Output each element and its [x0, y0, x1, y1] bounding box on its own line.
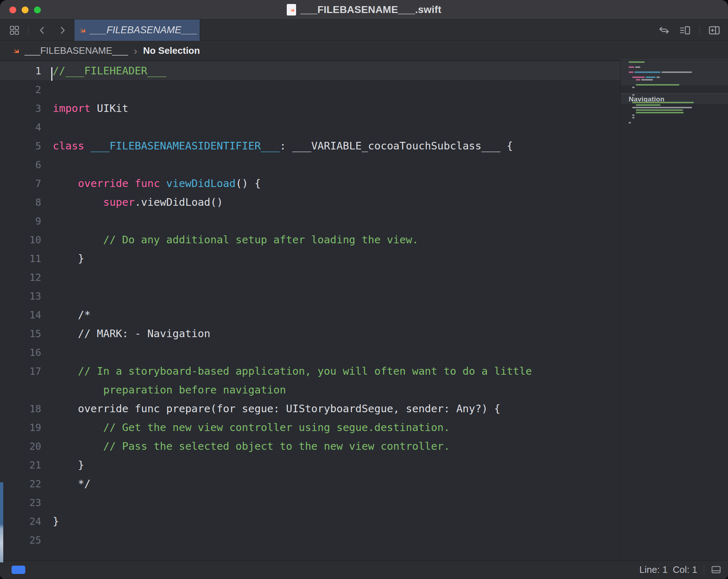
code-line[interactable]: 11 }	[0, 249, 620, 268]
minimap-line	[632, 87, 634, 88]
swift-icon	[10, 46, 20, 56]
breadcrumb-file[interactable]: ___FILEBASENAME___	[25, 45, 128, 56]
code-line[interactable]: 20 // Pass the selected object to the ne…	[0, 437, 620, 456]
editor-options-button[interactable]	[679, 23, 692, 38]
line-number[interactable]: 20	[0, 441, 41, 452]
code-line-text: // Pass the selected object to the new v…	[53, 440, 450, 452]
close-button[interactable]	[9, 6, 16, 13]
code-area[interactable]: 1//___FILEHEADER___23import UIKit45class…	[0, 61, 620, 560]
line-number[interactable]: 7	[0, 178, 41, 189]
code-line[interactable]: 4	[0, 118, 620, 136]
compare-arrows-icon	[658, 25, 670, 36]
line-number[interactable]: 8	[0, 197, 41, 208]
code-line[interactable]: 5class ___FILEBASENAMEASIDENTIFIER___: _…	[0, 136, 620, 155]
code-line[interactable]: 25	[0, 531, 620, 549]
code-line[interactable]: 2	[0, 80, 620, 99]
code-line-text: override func viewDidLoad() {	[53, 177, 261, 190]
code-line[interactable]: 10 // Do any additional setup after load…	[0, 230, 620, 249]
code-line[interactable]: 18 override func prepare(for segue: UISt…	[0, 399, 620, 418]
breadcrumb-selection[interactable]: No Selection	[143, 45, 200, 56]
code-line-text: override func prepare(for segue: UIStory…	[53, 402, 500, 415]
swift-file-icon	[287, 4, 296, 16]
code-line[interactable]: 23	[0, 493, 620, 512]
line-number[interactable]: 16	[0, 347, 41, 358]
editor-layout-button[interactable]	[711, 564, 722, 575]
minimap-content: Navigation	[629, 61, 724, 560]
breadcrumb-chevron: ›	[134, 45, 137, 56]
title-bar[interactable]: ___FILEBASENAME___.swift	[0, 0, 728, 19]
line-number[interactable]: 9	[0, 216, 41, 227]
minimap-line	[636, 112, 684, 113]
add-editor-button[interactable]	[708, 23, 721, 38]
back-button[interactable]	[36, 23, 49, 38]
line-number[interactable]: 2	[0, 84, 41, 95]
zoom-button[interactable]	[34, 6, 41, 13]
line-number[interactable]: 21	[0, 460, 41, 471]
line-number[interactable]: 15	[0, 328, 41, 339]
line-number[interactable]: 12	[0, 272, 41, 283]
code-line[interactable]: 22 */	[0, 474, 620, 493]
line-number[interactable]: 17	[0, 366, 41, 377]
line-number[interactable]: 18	[0, 403, 41, 414]
code-line[interactable]: 24}	[0, 512, 620, 531]
code-line[interactable]: 13	[0, 287, 620, 305]
code-line-text: // MARK: - Navigation	[53, 327, 211, 340]
line-number[interactable]: 6	[0, 159, 41, 170]
line-number[interactable]: 4	[0, 122, 41, 133]
line-number[interactable]: 10	[0, 234, 41, 245]
minimap-line	[636, 79, 653, 80]
code-line-text: class ___FILEBASENAMEASIDENTIFIER___: __…	[53, 140, 513, 152]
code-line[interactable]: 17 // In a storyboard-based application,…	[0, 362, 620, 380]
code-line[interactable]: 8 super.viewDidLoad()	[0, 193, 620, 212]
code-line[interactable]: 15 // MARK: - Navigation	[0, 324, 620, 343]
line-number[interactable]: 22	[0, 478, 41, 489]
line-col-label: Line: 1 Col: 1	[640, 564, 697, 575]
tab-filebasename[interactable]: ___FILEBASENAME___	[74, 19, 200, 41]
minimize-button[interactable]	[22, 6, 29, 13]
chevron-right-icon	[57, 25, 68, 35]
minimap-line	[636, 104, 660, 106]
line-number[interactable]: 23	[0, 497, 41, 508]
desktop-background-sliver	[0, 482, 3, 562]
minimap-line	[632, 77, 660, 78]
line-number[interactable]: 24	[0, 516, 41, 527]
tab-bar-right-controls	[658, 19, 728, 41]
code-line-text: super.viewDidLoad()	[53, 196, 223, 208]
code-line-text: import UIKit	[53, 102, 129, 114]
minimap-line	[632, 107, 692, 108]
code-line[interactable]: 12	[0, 268, 620, 287]
code-line[interactable]: 6	[0, 155, 620, 174]
line-number[interactable]: 19	[0, 422, 41, 433]
tab-overview-button[interactable]	[8, 23, 21, 38]
minimap[interactable]: Navigation	[620, 61, 728, 560]
line-number[interactable]: 5	[0, 140, 41, 152]
code-line[interactable]: 7 override func viewDidLoad() {	[0, 174, 620, 193]
minimap-line	[629, 61, 645, 63]
separator	[699, 26, 700, 35]
line-number[interactable]: 14	[0, 309, 41, 321]
split-editor-plus-icon	[708, 24, 720, 36]
code-line-text: }	[53, 459, 84, 471]
grid-icon	[9, 25, 20, 36]
code-line-text: */	[53, 478, 91, 490]
line-number[interactable]: 1	[0, 65, 41, 77]
code-line[interactable]: preparation before navigation	[0, 380, 620, 399]
code-review-button[interactable]	[658, 23, 671, 38]
code-line[interactable]: 1//___FILEHEADER___	[0, 61, 620, 80]
code-line[interactable]: 16	[0, 343, 620, 362]
code-line[interactable]: 21 }	[0, 456, 620, 474]
line-number[interactable]: 25	[0, 535, 41, 546]
breadcrumb: ___FILEBASENAME___ › No Selection	[0, 41, 728, 61]
code-line[interactable]: 3import UIKit	[0, 99, 620, 118]
line-number[interactable]: 13	[0, 291, 41, 302]
minimap-line	[636, 84, 679, 86]
line-number[interactable]: 11	[0, 253, 41, 264]
code-line[interactable]: 19 // Get the new view controller using …	[0, 418, 620, 437]
forward-button[interactable]	[56, 23, 69, 38]
xcode-window: ___FILEBASENAME___.swift	[0, 0, 728, 579]
code-line[interactable]: 9	[0, 212, 620, 230]
tab-bar: ___FILEBASENAME___	[0, 19, 728, 41]
breakpoint-indicator[interactable]	[12, 566, 25, 574]
code-line[interactable]: 14 /*	[0, 305, 620, 324]
line-number[interactable]: 3	[0, 103, 41, 114]
